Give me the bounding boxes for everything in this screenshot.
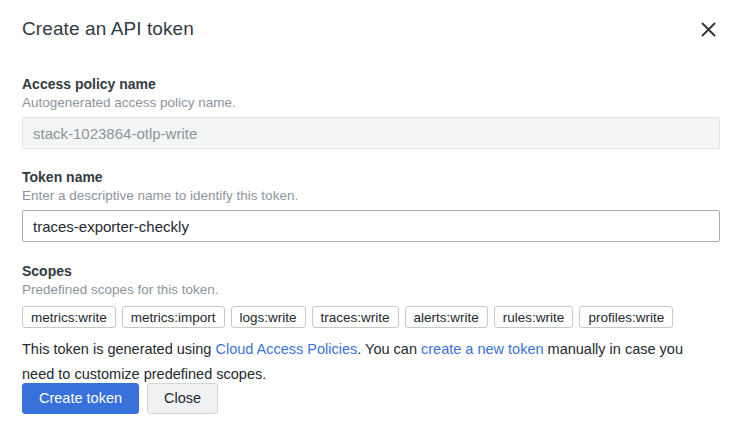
scope-badge-list: metrics:writemetrics:importlogs:writetra… xyxy=(22,306,718,328)
close-icon xyxy=(701,22,716,37)
note-text-1: This token is generated using xyxy=(22,341,215,357)
create-token-button[interactable]: Create token xyxy=(22,383,139,414)
token-name-input[interactable] xyxy=(22,210,720,242)
access-policy-label: Access policy name xyxy=(22,76,718,92)
token-name-label: Token name xyxy=(22,169,718,185)
scope-badge: rules:write xyxy=(494,306,574,328)
token-name-description: Enter a descriptive name to identify thi… xyxy=(22,188,718,203)
scopes-field: Scopes Predefined scopes for this token.… xyxy=(22,263,718,328)
scope-badge: metrics:write xyxy=(22,306,116,328)
cloud-access-policies-link[interactable]: Cloud Access Policies xyxy=(215,341,357,357)
scopes-label: Scopes xyxy=(22,263,718,279)
scope-badge: metrics:import xyxy=(122,306,225,328)
access-policy-description: Autogenerated access policy name. xyxy=(22,95,718,110)
scope-badge: alerts:write xyxy=(405,306,488,328)
scope-badge: profiles:write xyxy=(579,306,673,328)
token-note: This token is generated using Cloud Acce… xyxy=(22,337,718,387)
note-text-2: . You can xyxy=(357,341,421,357)
scopes-description: Predefined scopes for this token. xyxy=(22,282,718,297)
modal-header: Create an API token xyxy=(22,18,718,40)
create-api-token-modal: Create an API token Access policy name A… xyxy=(0,0,740,439)
token-name-field: Token name Enter a descriptive name to i… xyxy=(22,169,718,242)
modal-title: Create an API token xyxy=(22,18,194,40)
close-modal-button[interactable]: Close xyxy=(147,383,218,414)
scope-badge: logs:write xyxy=(231,306,306,328)
scope-badge: traces:write xyxy=(312,306,399,328)
create-new-token-link[interactable]: create a new token xyxy=(421,341,544,357)
access-policy-field: Access policy name Autogenerated access … xyxy=(22,76,718,149)
modal-actions: Create token Close xyxy=(22,383,218,414)
access-policy-name-input xyxy=(22,117,720,149)
close-button[interactable] xyxy=(699,20,718,39)
